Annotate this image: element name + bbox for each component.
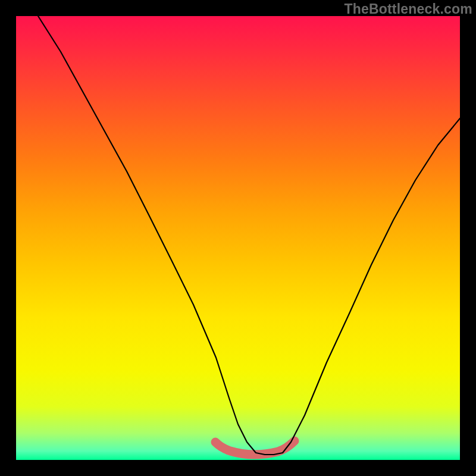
watermark-text: TheBottleneck.com	[344, 1, 472, 17]
plot-area	[16, 16, 460, 460]
chart-root: TheBottleneck.com	[0, 0, 476, 476]
chart-overlay	[16, 16, 460, 460]
main-curve	[38, 16, 460, 455]
